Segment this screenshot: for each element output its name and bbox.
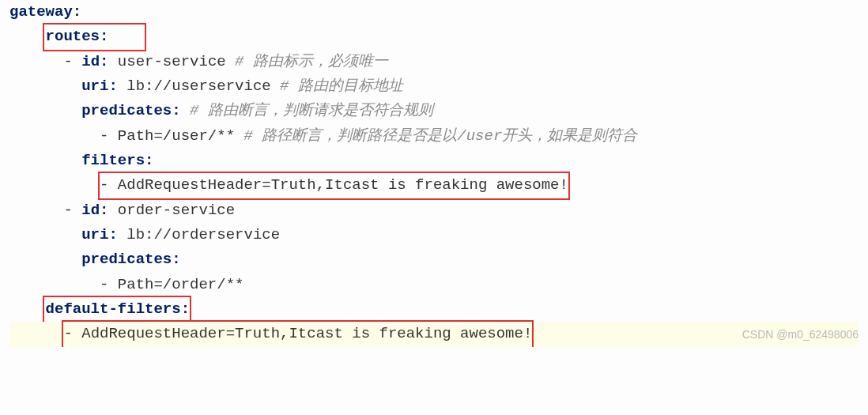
code-line: - AddRequestHeader=Truth,Itcast is freak… bbox=[9, 322, 859, 346]
yaml-key: uri bbox=[81, 226, 108, 243]
yaml-value: Path=/user/** bbox=[118, 127, 235, 145]
yaml-comment: # 路由的目标地址 bbox=[280, 77, 403, 95]
code-block: gateway: routes: - id: user-service # 路由… bbox=[0, 0, 868, 347]
yaml-key: uri bbox=[81, 77, 108, 95]
code-line: predicates: bbox=[9, 247, 859, 272]
yaml-comment: # 路径断言，判断路径是否是以/user开头，如果是则符合 bbox=[243, 127, 637, 145]
code-line: - AddRequestHeader=Truth,Itcast is freak… bbox=[9, 173, 859, 198]
code-line: - Path=/order/** bbox=[9, 273, 859, 297]
yaml-key: routes bbox=[46, 28, 100, 45]
yaml-comment: # 路由断言，判断请求是否符合规则 bbox=[190, 102, 433, 119]
code-line: filters: bbox=[9, 149, 859, 173]
code-line: uri: lb://userservice # 路由的目标地址 bbox=[9, 74, 859, 99]
code-line: - Path=/user/** # 路径断言，判断路径是否是以/user开头，如… bbox=[9, 124, 859, 149]
yaml-value: user-service bbox=[118, 53, 226, 70]
yaml-value: lb://userservice bbox=[126, 77, 270, 95]
code-line: uri: lb://orderservice bbox=[9, 223, 859, 247]
yaml-value: lb://orderservice bbox=[126, 226, 280, 243]
yaml-key: predicates bbox=[81, 102, 172, 119]
yaml-value: order-service bbox=[118, 202, 235, 219]
code-line: predicates: # 路由断言，判断请求是否符合规则 bbox=[9, 99, 859, 123]
yaml-value: - AddRequestHeader=Truth,Itcast is freak… bbox=[100, 176, 568, 194]
yaml-key: predicates bbox=[81, 251, 172, 268]
code-line: gateway: bbox=[9, 0, 859, 25]
yaml-value: - AddRequestHeader=Truth,Itcast is freak… bbox=[63, 325, 532, 342]
code-line: - id: user-service # 路由标示，必须唯一 bbox=[9, 50, 859, 74]
yaml-key: id bbox=[81, 202, 100, 219]
yaml-comment: # 路由标示，必须唯一 bbox=[235, 53, 388, 70]
watermark: CSDN @m0_62498006 bbox=[742, 326, 859, 344]
code-line: default-filters: bbox=[9, 297, 859, 322]
code-line: - id: order-service bbox=[9, 198, 859, 223]
yaml-key: gateway bbox=[9, 3, 73, 21]
yaml-key: filters bbox=[81, 152, 145, 169]
yaml-key: default-filters bbox=[46, 300, 181, 318]
colon: : bbox=[73, 3, 81, 21]
yaml-key: id bbox=[81, 53, 100, 70]
yaml-value: Path=/order/** bbox=[118, 276, 244, 293]
code-line: routes: bbox=[9, 25, 859, 49]
colon: : bbox=[100, 28, 108, 45]
